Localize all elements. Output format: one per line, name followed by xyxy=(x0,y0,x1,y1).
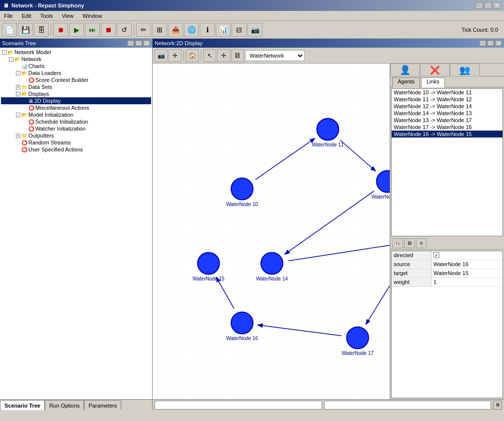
menu-edit[interactable]: Edit xyxy=(20,12,33,19)
tab-scenario-tree[interactable]: Scenario Tree xyxy=(0,400,45,410)
links-tabs: Agents Links xyxy=(390,76,504,87)
link-btn[interactable]: ⛓ xyxy=(231,49,244,62)
sort-btn[interactable]: ↑↓ xyxy=(392,238,403,248)
draw-button[interactable]: ✏ xyxy=(136,23,151,37)
tab-agents[interactable]: Agents xyxy=(392,77,420,87)
menu-window[interactable]: Window xyxy=(81,12,104,19)
svg-point-20 xyxy=(198,253,220,275)
tree-icon-score-context-builder: ⭕ xyxy=(28,77,34,83)
tree-item-data-loaders[interactable]: -📂Data Loaders xyxy=(1,70,151,76)
link-item-6[interactable]: WaterNode 16 -> WaterNode 15 xyxy=(392,131,503,138)
tree-item-watcher-init[interactable]: ⭕Watcher Initialization xyxy=(1,125,151,132)
panel-minimize[interactable]: _ xyxy=(127,40,134,46)
svg-point-12 xyxy=(317,119,339,140)
camera-button[interactable]: 📷 xyxy=(248,23,262,37)
export-button[interactable]: 📤 xyxy=(168,23,183,37)
new-button[interactable]: 📄 xyxy=(2,23,17,37)
tree-item-charts[interactable]: 📊Charts xyxy=(1,63,151,70)
svg-point-22 xyxy=(231,312,253,334)
svg-line-7 xyxy=(366,255,390,324)
reset-button[interactable]: ↺ xyxy=(117,23,132,37)
save-button[interactable]: 💾 xyxy=(18,23,33,37)
link-item-4[interactable]: WaterNode 13 -> WaterNode 17 xyxy=(392,117,503,124)
list-view-btn[interactable]: ≡ xyxy=(416,238,427,248)
tree-item-data-sets[interactable]: +📁Data Sets xyxy=(1,83,151,90)
menu-file[interactable]: File xyxy=(2,12,15,19)
expand-outputters[interactable]: + xyxy=(16,134,20,138)
expand-network-model[interactable]: - xyxy=(2,50,6,55)
chart-button[interactable]: 📊 xyxy=(216,23,231,37)
tree-label-score-context-builder: Score Context Builder xyxy=(35,77,88,83)
tree-item-random-streams[interactable]: ⭕Random Streams xyxy=(1,139,151,146)
remove-icon-btn[interactable]: ❌ xyxy=(420,64,450,76)
tab-links[interactable]: Links xyxy=(421,77,445,87)
tab-parameters[interactable]: Parameters xyxy=(84,400,121,410)
table-button[interactable]: ⊟ xyxy=(232,23,247,37)
maximize-button[interactable]: □ xyxy=(484,2,492,9)
tree-label-misc-actions: Miscellaneous Actions xyxy=(35,105,89,111)
expand-network[interactable]: - xyxy=(9,57,13,62)
tree-item-outputters[interactable]: +📁Outputters xyxy=(1,132,151,139)
menu-tools[interactable]: Tools xyxy=(38,12,55,19)
crosshair-btn[interactable]: ✛ xyxy=(217,49,230,62)
main-toolbar: 📄 💾 🗄 ⏺ ▶ ⏭ ⏹ ↺ ✏ ⊞ 📤 🌐 ℹ 📊 ⊟ 📷 Tick Cou… xyxy=(0,21,504,39)
link-item-2[interactable]: WaterNode 12 -> WaterNode 14 xyxy=(392,103,503,110)
expand-displays[interactable]: - xyxy=(16,92,20,96)
network-canvas[interactable]: WaterNode 10WaterNode 11WaterNode 12Wate… xyxy=(153,64,390,399)
tree-item-2d-display[interactable]: 🖥2D Display xyxy=(1,97,151,104)
home-btn[interactable]: 🏠 xyxy=(186,49,199,62)
step-button[interactable]: ⏭ xyxy=(85,23,100,37)
grid-view-btn[interactable]: ⊞ xyxy=(404,238,415,248)
add-icon-btn[interactable]: 👥 xyxy=(450,64,480,76)
link-item-0[interactable]: WaterNode 10 -> WaterNode 11 xyxy=(392,89,503,96)
status-icon-btn[interactable]: ⚙ xyxy=(493,401,502,410)
tree-item-user-actions[interactable]: ⭕User Specified Actions xyxy=(1,146,151,153)
links-list[interactable]: WaterNode 10 -> WaterNode 11WaterNode 11… xyxy=(391,88,503,236)
tree-item-model-init[interactable]: -📂Model Initialization xyxy=(1,111,151,118)
prop-key-target: target xyxy=(392,269,431,278)
tree-item-schedule-init[interactable]: ⭕Schedule Initialization xyxy=(1,118,151,125)
display-restore[interactable]: □ xyxy=(487,40,494,46)
expand-data-sets[interactable]: + xyxy=(16,85,20,89)
camera-capture-btn[interactable]: 📷 xyxy=(155,49,168,62)
globe-button[interactable]: 🌐 xyxy=(184,23,199,37)
panel-restore[interactable]: □ xyxy=(135,40,142,46)
prop-key-directed: directed xyxy=(392,251,431,260)
link-item-1[interactable]: WaterNode 11 -> WaterNode 12 xyxy=(392,96,503,103)
expand-model-init[interactable]: - xyxy=(16,113,20,117)
record-button[interactable]: ⏺ xyxy=(53,23,68,37)
stop-button[interactable]: ⏹ xyxy=(101,23,116,37)
link-item-3[interactable]: WaterNode 14 -> WaterNode 13 xyxy=(392,110,503,117)
grid-button[interactable]: ⊞ xyxy=(152,23,167,37)
cursor-btn[interactable]: ↖ xyxy=(203,49,216,62)
svg-point-10 xyxy=(231,178,253,200)
prop-val-directed[interactable]: ✓ xyxy=(431,251,503,260)
menu-view[interactable]: View xyxy=(60,12,76,19)
svg-text:WaterNode 17: WaterNode 17 xyxy=(341,351,374,356)
play-button[interactable]: ▶ xyxy=(69,23,84,37)
tab-run-options[interactable]: Run Options xyxy=(45,400,84,410)
prop-row-weight: weight1 xyxy=(392,278,503,287)
link-item-5[interactable]: WaterNode 17 -> WaterNode 16 xyxy=(392,124,503,131)
display-close[interactable]: ✕ xyxy=(495,40,502,46)
tree-item-network[interactable]: -📂Network xyxy=(1,56,151,63)
panel-close[interactable]: ✕ xyxy=(143,40,150,46)
info-button[interactable]: ℹ xyxy=(200,23,215,37)
checkbox-directed[interactable]: ✓ xyxy=(433,252,439,258)
network-selector[interactable]: WaterNetwork xyxy=(245,50,305,61)
tree-item-displays[interactable]: -📂Displays xyxy=(1,90,151,97)
close-button[interactable]: ✕ xyxy=(493,2,501,9)
db-button[interactable]: 🗄 xyxy=(34,23,49,37)
display-minimize[interactable]: _ xyxy=(479,40,486,46)
tree-item-misc-actions[interactable]: ⭕Miscellaneous Actions xyxy=(1,104,151,111)
expand-data-loaders[interactable]: - xyxy=(16,71,20,75)
tree-item-score-context-builder[interactable]: ⭕Score Context Builder xyxy=(1,76,151,83)
tree-icon-network: 📂 xyxy=(14,57,20,62)
move-btn[interactable]: ✛ xyxy=(168,49,181,62)
agents-icon-btn[interactable]: 👤 xyxy=(390,64,420,76)
display-panel: Network:2D Display _ □ ✕ 📷 ✛ 🏠 ↖ ✛ ⛓ Wat… xyxy=(153,39,504,399)
tree-label-charts: Charts xyxy=(28,63,44,69)
minimize-button[interactable]: _ xyxy=(475,2,483,9)
tree-item-network-model[interactable]: -📂Network Model xyxy=(1,49,151,56)
tree-label-schedule-init: Schedule Initialization xyxy=(35,119,88,125)
